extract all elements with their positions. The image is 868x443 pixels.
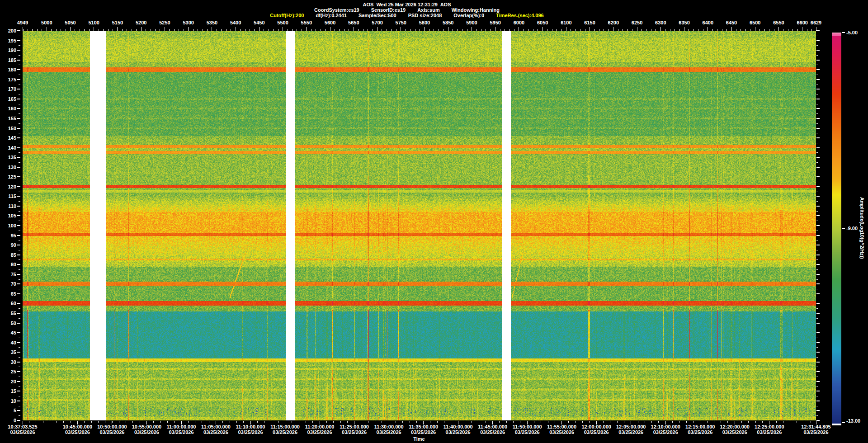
- tick-mark: [19, 240, 20, 240]
- tick-mark: [816, 152, 818, 153]
- freq-tick-label: 105: [0, 213, 16, 218]
- tick-mark: [520, 421, 520, 423]
- tick-mark: [816, 323, 820, 324]
- tick-mark: [816, 69, 820, 70]
- tick-mark: [672, 421, 673, 423]
- tick-mark: [19, 328, 20, 328]
- time-axis-title: Time: [392, 436, 446, 442]
- freq-tick-label: 90: [0, 242, 16, 248]
- top-axis-tick-label: 5700: [372, 20, 382, 25]
- tick-mark: [326, 421, 327, 423]
- freq-tick-label: 165: [0, 96, 16, 102]
- tick-mark: [700, 421, 700, 423]
- aos-spectrogram-window: AOS Wed 25 Mar 2026 12:31:29 AOS CoordSy…: [0, 0, 868, 443]
- tick-mark: [17, 176, 20, 177]
- freq-tick-label: 55: [0, 311, 16, 316]
- tick-mark: [506, 421, 507, 423]
- tick-mark: [816, 313, 820, 314]
- tick-mark: [816, 167, 820, 168]
- tick-mark: [63, 421, 64, 423]
- tick-mark: [541, 421, 541, 423]
- tick-mark: [19, 318, 20, 319]
- freq-tick-label: 70: [0, 281, 16, 287]
- tick-mark: [17, 215, 20, 216]
- tick-mark: [320, 421, 320, 423]
- top-axis-tick-label: 6400: [703, 20, 713, 25]
- top-axis-tick-label: 5500: [277, 20, 288, 25]
- tick-mark: [19, 347, 20, 348]
- tick-mark: [816, 308, 818, 309]
- freq-tick-label: 150: [0, 126, 16, 131]
- tick-mark: [816, 65, 818, 65]
- tick-mark: [19, 85, 20, 85]
- tick-mark: [396, 421, 396, 423]
- tick-mark: [77, 421, 78, 423]
- tick-mark: [811, 421, 811, 423]
- tick-mark: [375, 421, 375, 423]
- tick-mark: [816, 352, 820, 353]
- freq-tick-label: 130: [0, 165, 16, 170]
- freq-tick-label: 15: [0, 388, 16, 394]
- tick-mark: [589, 421, 590, 423]
- tick-mark: [479, 421, 479, 423]
- tick-mark: [492, 421, 493, 423]
- tick-mark: [444, 421, 444, 423]
- tick-mark: [686, 421, 687, 423]
- tick-mark: [17, 332, 20, 333]
- tick-mark: [17, 274, 20, 275]
- param2-0: Cutoff(Hz):200: [270, 13, 304, 18]
- top-axis-tick-label: 5400: [230, 20, 241, 25]
- tick-mark: [50, 421, 50, 423]
- freq-tick-label: 185: [0, 57, 16, 63]
- param-1: SensorID:es19: [371, 7, 406, 13]
- freq-tick-label: 160: [0, 106, 16, 111]
- freq-tick-label: 75: [0, 272, 16, 277]
- tick-mark: [638, 421, 638, 423]
- tick-mark: [278, 421, 278, 423]
- freq-tick-label: 175: [0, 77, 16, 82]
- tick-mark: [816, 50, 820, 51]
- top-axis-tick-label: 5900: [466, 20, 477, 25]
- tick-mark: [368, 421, 368, 423]
- freq-tick-label: 100: [0, 223, 16, 228]
- tick-mark: [437, 421, 438, 423]
- tick-mark: [816, 362, 820, 363]
- tick-mark: [816, 128, 820, 129]
- colorbar: [832, 33, 841, 424]
- tick-mark: [71, 421, 71, 423]
- tick-mark: [17, 79, 20, 80]
- top-axis-tick-label: 5950: [490, 20, 500, 25]
- tick-mark: [19, 192, 20, 192]
- tick-mark: [17, 167, 20, 168]
- header-params-line1: CoordSystem:es19SensorID:es19Axis:sumWin…: [0, 7, 814, 13]
- tick-mark: [17, 60, 20, 61]
- amplitude-axis-title: Amplitude(Log10(g^2/Hz)): [858, 33, 866, 423]
- tick-mark: [776, 421, 777, 423]
- top-axis-tick-label: 5750: [396, 20, 406, 25]
- tick-mark: [19, 396, 20, 396]
- tick-mark: [17, 352, 20, 353]
- tick-mark: [17, 30, 20, 31]
- param2-4: Overlap(%):0: [453, 13, 484, 18]
- freq-tick-label: 40: [0, 340, 16, 345]
- tick-mark: [816, 259, 818, 260]
- tick-mark: [755, 421, 756, 423]
- top-axis-tick-label: 6600: [797, 20, 807, 25]
- tick-mark: [19, 367, 20, 367]
- tick-mark: [29, 421, 29, 423]
- tick-mark: [816, 99, 820, 99]
- param2-5: TimeRes.(sec):4.096: [496, 13, 544, 18]
- tick-mark: [430, 421, 430, 423]
- tick-mark: [19, 250, 20, 250]
- tick-mark: [17, 401, 20, 401]
- tick-mark: [816, 245, 820, 245]
- tick-mark: [202, 421, 202, 423]
- top-axis-tick-label: 5250: [159, 20, 170, 25]
- tick-mark: [741, 421, 742, 423]
- tick-mark: [816, 182, 818, 182]
- tick-mark: [19, 259, 20, 260]
- tick-mark: [17, 293, 20, 294]
- param2-1: df(Hz):0.2441: [316, 13, 346, 18]
- freq-tick-label: 30: [0, 359, 16, 365]
- tick-mark: [126, 421, 126, 423]
